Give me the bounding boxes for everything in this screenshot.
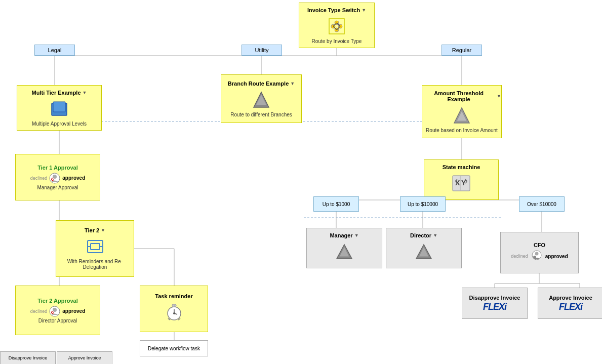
svg-point-59 <box>535 252 538 256</box>
multi-tier-icon <box>49 99 69 119</box>
tier1-subtitle: Manager Approval <box>37 185 78 190</box>
tier1-approval-node[interactable]: Tier 1 Approval declined approved Manage… <box>15 154 100 200</box>
workflow-canvas: Invoice Type Switch ▼ Route by Invoice T… <box>0 0 602 364</box>
bottom-disapprove-invoice-node[interactable]: Disapprove Invoice <box>0 351 56 364</box>
branch-route-dropdown-icon[interactable]: ▼ <box>290 81 295 86</box>
cfo-title: CFO <box>534 242 545 248</box>
up-to-1000-label: Up to $1000 <box>313 196 359 212</box>
branch-route-node[interactable]: Branch Route Example ▼ Route to differen… <box>221 74 302 123</box>
svg-rect-51 <box>91 244 100 250</box>
tier2-dropdown-icon[interactable]: ▼ <box>101 228 105 233</box>
amount-threshold-node[interactable]: Amount Threshold Example ▼ Route based o… <box>422 85 502 138</box>
manager-icon <box>334 241 354 262</box>
tier1-title: Tier 1 Approval <box>37 165 77 171</box>
branch-route-icon <box>251 90 271 110</box>
cfo-node[interactable]: CFO declined approved <box>500 232 579 273</box>
over-10000-label: Over $10000 <box>519 196 565 212</box>
state-machine-title: State machine <box>443 164 480 170</box>
invoice-switch-title: Invoice Type Switch ▼ <box>307 7 366 13</box>
flexi-logo-disapprove: FLEXi <box>483 302 506 312</box>
tier2-subtitle: With Reminders and Re-Delegation <box>56 259 134 270</box>
disapprove-invoice-title: Disapprove Invoice <box>469 295 520 301</box>
director-node[interactable]: Director ▼ <box>386 228 462 268</box>
approve-invoice-title: Approve Invoice <box>549 295 592 301</box>
tier2-icon <box>85 236 105 257</box>
director-icon <box>414 241 434 262</box>
tier2-title: Tier 2 ▼ <box>85 227 105 233</box>
switch-icon <box>327 16 347 36</box>
amount-threshold-dropdown-icon[interactable]: ▼ <box>497 94 501 99</box>
branch-route-title: Branch Route Example ▼ <box>228 80 295 87</box>
tier2-approval-subtitle: Director Approval <box>38 318 77 323</box>
amount-threshold-icon <box>452 105 472 126</box>
manager-node[interactable]: Manager ▼ <box>306 228 382 268</box>
bottom-disapprove-label: Disapprove Invoice <box>9 355 48 360</box>
director-title: Director ▼ <box>410 232 437 238</box>
delegate-task-label: Delegate workflow task <box>148 346 200 351</box>
delegate-task-node[interactable]: Delegate workflow task <box>140 340 208 356</box>
task-reminder-title: Task reminder <box>155 293 192 299</box>
legal-label: Legal <box>34 45 75 56</box>
multi-tier-subtitle: Multiple Approval Levels <box>32 121 87 127</box>
state-machine-node[interactable]: State machine X Y <box>424 159 499 200</box>
dropdown-arrow-icon[interactable]: ▼ <box>362 8 366 13</box>
utility-label: Utility <box>242 45 282 56</box>
multi-tier-node[interactable]: Multi Tier Example ▼ Multiple Approval L… <box>17 85 102 131</box>
regular-label: Regular <box>442 45 482 56</box>
cfo-row: declined approved <box>509 249 570 263</box>
manager-dropdown-icon[interactable]: ▼ <box>354 233 359 238</box>
tier2-node[interactable]: Tier 2 ▼ With Reminders and Re-Delegatio… <box>56 220 134 277</box>
invoice-type-switch-node[interactable]: Invoice Type Switch ▼ Route by Invoice T… <box>299 3 375 48</box>
tier2-approval-title: Tier 2 Approval <box>37 298 77 304</box>
approve-invoice-node[interactable]: Approve Invoice FLEXi <box>538 288 602 319</box>
bottom-approve-label: Approve Invoice <box>68 355 101 360</box>
director-dropdown-icon[interactable]: ▼ <box>433 233 437 238</box>
svg-rect-36 <box>53 102 65 112</box>
tier2-approval-row: declined approved <box>28 305 88 318</box>
state-machine-icon: X Y <box>451 173 471 193</box>
multi-tier-title: Multi Tier Example ▼ <box>32 90 87 96</box>
multi-tier-dropdown-icon[interactable]: ▼ <box>83 90 87 95</box>
branch-route-subtitle: Route to different Branches <box>230 112 292 117</box>
task-reminder-node[interactable]: Task reminder <box>140 286 208 332</box>
manager-title: Manager ▼ <box>330 232 358 238</box>
flexi-logo-approve: FLEXi <box>559 302 582 312</box>
amount-threshold-title: Amount Threshold Example ▼ <box>422 90 501 102</box>
tier2-approval-node[interactable]: Tier 2 Approval declined approved Direct… <box>15 286 100 335</box>
bottom-approve-invoice-node[interactable]: Approve Invoice <box>57 351 112 364</box>
up-to-10000-label: Up to $10000 <box>400 196 446 212</box>
tier1-approval-row: declined approved <box>28 172 88 185</box>
invoice-switch-subtitle: Route by Invoice Type <box>312 38 362 44</box>
amount-threshold-subtitle: Route based on Invoice Amount <box>426 128 498 133</box>
disapprove-invoice-node[interactable]: Disapprove Invoice FLEXi <box>462 288 528 319</box>
task-reminder-icon <box>164 302 184 322</box>
